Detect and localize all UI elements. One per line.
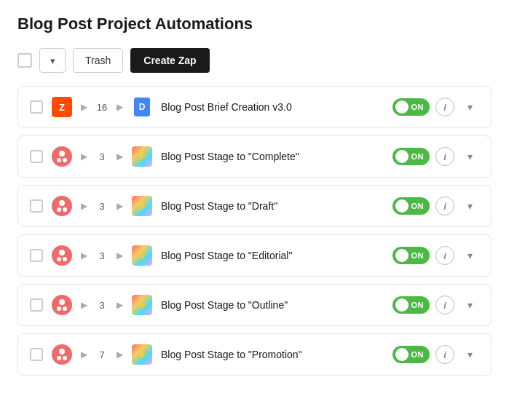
zap-actions: ONi▾ <box>392 345 480 364</box>
zap-checkbox[interactable] <box>30 199 43 213</box>
info-button[interactable]: i <box>435 296 454 314</box>
zap-actions: ONi▾ <box>392 246 480 265</box>
app2-icon: D <box>132 97 152 117</box>
expand-button[interactable]: ▾ <box>460 98 479 116</box>
zap-name: Blog Post Brief Creation v3.0 <box>161 101 384 113</box>
toggle-circle <box>395 150 409 163</box>
zap-toggle[interactable]: ON <box>392 296 430 314</box>
toggle-circle <box>395 249 409 262</box>
app1-icon <box>52 344 72 365</box>
app2-icon: ⚡ <box>132 295 152 315</box>
toggle-circle <box>395 348 409 361</box>
zap-list: Z▶16▶DBlog Post Brief Creation v3.0 ONi▾… <box>17 86 492 376</box>
arrow-right-icon-2: ▶ <box>117 250 123 261</box>
step-count: 3 <box>96 300 108 311</box>
zap-toggle[interactable]: ON <box>392 197 430 215</box>
info-button[interactable]: i <box>435 345 454 364</box>
zap-toggle[interactable]: ON <box>392 247 430 264</box>
expand-button[interactable]: ▾ <box>460 197 479 215</box>
zap-toggle[interactable]: ON <box>392 98 430 116</box>
app1-icon <box>52 245 72 266</box>
zap-name: Blog Post Stage to "Complete" <box>161 151 384 162</box>
toggle-label: ON <box>411 350 425 359</box>
app1-icon: Z <box>52 97 72 117</box>
toggle-label: ON <box>411 152 425 161</box>
app1-icon <box>52 295 72 315</box>
zap-checkbox[interactable] <box>30 150 43 163</box>
zap-actions: ONi▾ <box>392 147 480 166</box>
dropdown-button[interactable]: ▾ <box>39 48 66 73</box>
zap-actions: ONi▾ <box>392 296 480 314</box>
step-count: 3 <box>96 201 108 212</box>
zap-name: Blog Post Stage to "Draft" <box>161 200 384 212</box>
zap-checkbox[interactable] <box>30 249 43 262</box>
toggle-circle <box>395 199 409 213</box>
arrow-right-icon: ▶ <box>81 300 87 310</box>
info-button[interactable]: i <box>435 98 454 116</box>
app2-icon: ⚡ <box>132 196 152 216</box>
expand-button[interactable]: ▾ <box>460 147 479 166</box>
zap-name: Blog Post Stage to "Editorial" <box>161 250 384 261</box>
toggle-label: ON <box>411 301 425 309</box>
toggle-label: ON <box>411 103 425 111</box>
zap-actions: ONi▾ <box>392 197 480 215</box>
arrow-right-icon-2: ▶ <box>117 151 123 162</box>
create-zap-button[interactable]: Create Zap <box>130 48 209 73</box>
step-count: 16 <box>96 102 108 113</box>
arrow-right-icon-2: ▶ <box>117 201 123 211</box>
zap-toggle[interactable]: ON <box>392 148 430 165</box>
arrow-right-icon: ▶ <box>81 349 87 360</box>
chevron-down-icon: ▾ <box>50 55 55 66</box>
arrow-right-icon-2: ▶ <box>117 300 123 310</box>
app1-icon <box>52 196 72 216</box>
zap-row: Z▶16▶DBlog Post Brief Creation v3.0 ONi▾ <box>17 86 492 128</box>
app2-icon: ⚡ <box>132 344 152 365</box>
arrow-right-icon: ▶ <box>81 102 87 112</box>
toggle-circle <box>395 298 409 312</box>
app2-icon: ⚡ <box>132 245 152 266</box>
select-all-checkbox[interactable] <box>17 53 32 68</box>
info-button[interactable]: i <box>435 246 454 265</box>
arrow-right-icon: ▶ <box>81 250 87 261</box>
info-button[interactable]: i <box>435 147 454 166</box>
expand-button[interactable]: ▾ <box>460 296 479 314</box>
arrow-right-icon: ▶ <box>81 151 87 162</box>
toolbar: ▾ Trash Create Zap <box>17 48 492 73</box>
step-count: 3 <box>96 151 108 162</box>
arrow-right-icon: ▶ <box>81 201 87 211</box>
app2-icon: ⚡ <box>132 146 152 167</box>
toggle-label: ON <box>411 202 425 210</box>
toggle-circle <box>395 100 409 114</box>
step-count: 7 <box>96 349 108 360</box>
zap-row: ▶3▶⚡Blog Post Stage to "Complete" ONi▾ <box>17 135 492 178</box>
arrow-right-icon-2: ▶ <box>117 102 123 112</box>
zap-toggle[interactable]: ON <box>392 346 430 363</box>
app1-icon <box>52 146 72 167</box>
zap-checkbox[interactable] <box>30 100 43 114</box>
zap-row: ▶3▶⚡Blog Post Stage to "Draft" ONi▾ <box>17 185 492 227</box>
step-count: 3 <box>96 250 108 261</box>
toggle-label: ON <box>411 251 425 260</box>
trash-button[interactable]: Trash <box>73 48 123 73</box>
zap-name: Blog Post Stage to "Promotion" <box>161 349 384 360</box>
zap-row: ▶7▶⚡Blog Post Stage to "Promotion" ONi▾ <box>17 333 492 376</box>
page-title: Blog Post Project Automations <box>17 15 492 33</box>
expand-button[interactable]: ▾ <box>460 345 479 364</box>
zap-actions: ONi▾ <box>392 98 480 116</box>
arrow-right-icon-2: ▶ <box>117 349 123 360</box>
info-button[interactable]: i <box>435 197 454 215</box>
zap-row: ▶3▶⚡Blog Post Stage to "Editorial" ONi▾ <box>17 234 492 277</box>
zap-checkbox[interactable] <box>30 348 43 361</box>
zap-row: ▶3▶⚡Blog Post Stage to "Outline" ONi▾ <box>17 284 492 326</box>
zap-checkbox[interactable] <box>30 298 43 312</box>
zap-name: Blog Post Stage to "Outline" <box>161 299 384 311</box>
expand-button[interactable]: ▾ <box>460 246 479 265</box>
